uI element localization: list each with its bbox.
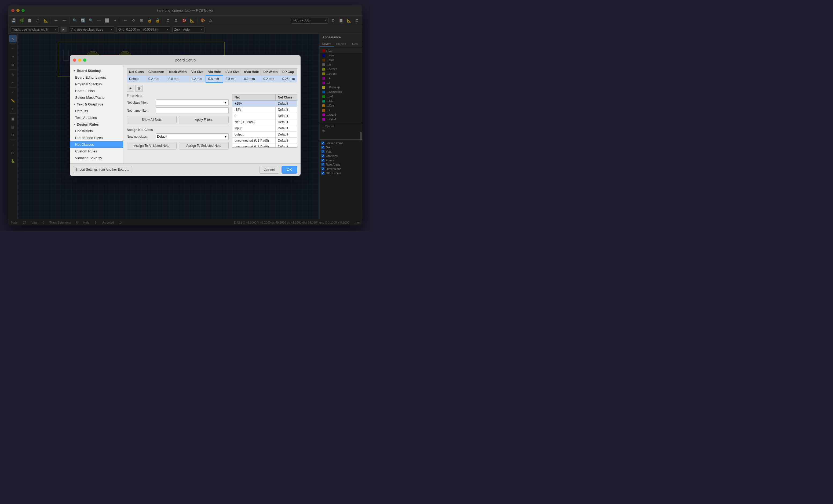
net-list-row[interactable]: input Default [232,125,297,131]
dialog-main-content: Net Class Clearance Track Width Via Size… [123,65,301,164]
net-list-wrapper: Net Net Class +15V Default -15V Default … [232,94,298,148]
net-list-row[interactable]: 0 Default [232,113,297,119]
col-dp-gap: DP Gap [280,68,297,75]
net-list-row[interactable]: output Default [232,131,297,137]
sidebar-item-violation-severity[interactable]: Violation Severity [70,154,123,161]
net-list-table: Net Net Class +15V Default -15V Default … [232,94,297,148]
stackup-label: Board Stackup [77,69,101,73]
sidebar-item-defaults[interactable]: Defaults [70,107,123,114]
add-row-button[interactable]: + [127,85,134,92]
cell-net-class[interactable]: Default [127,75,146,82]
net-list-row[interactable]: unconnected-(U1-Pad6) Default [232,144,297,148]
apply-filters-button[interactable]: Apply Filters [179,116,229,123]
net-class-filter-arrow: ▼ [224,101,227,104]
sidebar-item-net-classes[interactable]: Net Classes [70,141,123,148]
net-class-table: Net Class Clearance Track Width Via Size… [127,68,298,83]
net-class-cell[interactable]: Default [276,137,297,144]
import-settings-button[interactable]: Import Settings from Another Board... [73,166,132,173]
table-toolbar: + 🗑 [127,85,298,92]
board-setup-dialog: Board Setup ▼ Board Stackup Board Editor… [70,55,301,176]
assign-selected-nets-button[interactable]: Assign To Selected Nets [179,142,229,149]
col-clearance: Clearance [146,68,166,75]
net-list-row[interactable]: +15V Default [232,100,297,106]
net-col-header: Net [232,94,276,100]
cell-via-hole[interactable]: 0.8 mm [206,75,223,82]
net-list-row[interactable]: Net-(R1-Pad2) Default [232,119,297,125]
sidebar-section-stackup[interactable]: ▼ Board Stackup [70,67,123,74]
dialog-body: ▼ Board Stackup Board Editor Layers Phys… [70,65,301,164]
cancel-button[interactable]: Cancel [259,166,279,174]
sidebar-section-text-graphics[interactable]: ▼ Text & Graphics [70,101,123,107]
cell-via-size[interactable]: 1.2 mm [189,75,206,82]
cell-uvia-size[interactable]: 0.3 mm [223,75,242,82]
net-cell[interactable]: unconnected-(U1-Pad5) [232,137,276,144]
new-net-class-combo[interactable]: Default ▼ [156,134,229,140]
sidebar-item-text-variables[interactable]: Text Variables [70,114,123,121]
net-name-filter-label: Net name filter: [127,109,153,113]
cell-track-width[interactable]: 0.8 mm [166,75,189,82]
dialog-title-bar: Board Setup [70,55,301,65]
sidebar-item-solder-mask[interactable]: Solder Mask/Paste [70,94,123,101]
col-track-width: Track Width [166,68,189,75]
table-row[interactable]: Default 0.2 mm 0.8 mm 1.2 mm 0.8 mm 0.3 … [127,75,298,82]
net-name-filter-row: Net name filter: [127,107,229,114]
col-uvia-hole: uVia Hole [242,68,261,75]
dialog-close-btn[interactable] [73,58,76,62]
sidebar-item-board-finish[interactable]: Board Finish [70,88,123,94]
text-graphics-label: Text & Graphics [77,102,103,106]
new-net-class-arrow: ▼ [224,135,227,139]
cell-dp-gap[interactable]: 0.25 mm [280,75,297,82]
ok-button[interactable]: OK [282,166,298,174]
dialog-max-btn[interactable] [83,58,87,62]
net-class-cell[interactable]: Default [276,106,297,113]
col-via-hole: Via Hole [206,68,223,75]
net-list-row[interactable]: unconnected-(U1-Pad5) Default [232,137,297,144]
delete-row-button[interactable]: 🗑 [135,85,143,92]
net-class-cell[interactable]: Default [276,119,297,125]
assign-btn-row: Assign To All Listed Nets Assign To Sele… [127,142,229,149]
new-net-class-label: New net class: [127,135,153,139]
assign-all-nets-button[interactable]: Assign To All Listed Nets [127,142,176,149]
net-class-cell[interactable]: Default [276,131,297,137]
net-class-cell[interactable]: Default [276,125,297,131]
net-cell[interactable]: output [232,131,276,137]
net-cell[interactable]: +15V [232,100,276,106]
col-dp-width: DP Width [261,68,280,75]
assign-net-class-label: Assign Net Class [127,128,229,132]
filter-nets-panel: Filter Nets Net class filter: ▼ Net name… [127,94,229,158]
net-name-filter-input[interactable] [156,107,229,114]
net-class-cell[interactable]: Default [276,144,297,148]
sidebar-item-editor-layers[interactable]: Board Editor Layers [70,74,123,81]
sidebar-item-constraints[interactable]: Constraints [70,128,123,135]
net-cell[interactable]: 0 [232,113,276,119]
net-list-row[interactable]: -15V Default [232,106,297,113]
col-via-size: Via Size [189,68,206,75]
dialog-footer: Import Settings from Another Board... Ca… [70,164,301,176]
sidebar-item-predefined-sizes[interactable]: Pre-defined Sizes [70,135,123,141]
col-uvia-size: uVia Size [223,68,242,75]
net-class-filter-combo[interactable]: ▼ [156,99,229,106]
net-cell[interactable]: input [232,125,276,131]
net-cell[interactable]: unconnected-(U1-Pad6) [232,144,276,148]
stackup-triangle: ▼ [73,69,76,72]
net-list-panel: Net Net Class +15V Default -15V Default … [232,94,298,158]
sidebar-section-design-rules[interactable]: ▼ Design Rules [70,121,123,128]
net-class-cell[interactable]: Default [276,100,297,106]
cell-uvia-hole[interactable]: 0.1 mm [242,75,261,82]
dialog-overlay: Board Setup ▼ Board Stackup Board Editor… [8,5,362,225]
cell-clearance[interactable]: 0.2 mm [146,75,166,82]
net-class-cell[interactable]: Default [276,113,297,119]
sidebar-item-custom-rules[interactable]: Custom Rules [70,148,123,154]
dialog-min-btn[interactable] [78,58,81,62]
net-class-col-header: Net Class [276,94,297,100]
net-cell[interactable]: -15V [232,106,276,113]
net-cell[interactable]: Net-(R1-Pad2) [232,119,276,125]
sidebar-item-physical-stackup[interactable]: Physical Stackup [70,81,123,88]
main-window: inverting_opamp_tuto — PCB Editor 💾 🌿 📋 … [8,5,362,225]
dialog-traffic-lights [73,58,87,62]
net-class-filter-label: Net class filter: [127,101,153,104]
net-class-filter-row: Net class filter: ▼ [127,99,229,106]
footer-buttons: Cancel OK [259,166,298,174]
cell-dp-width[interactable]: 0.2 mm [261,75,280,82]
show-all-nets-button[interactable]: Show All Nets [127,116,176,123]
